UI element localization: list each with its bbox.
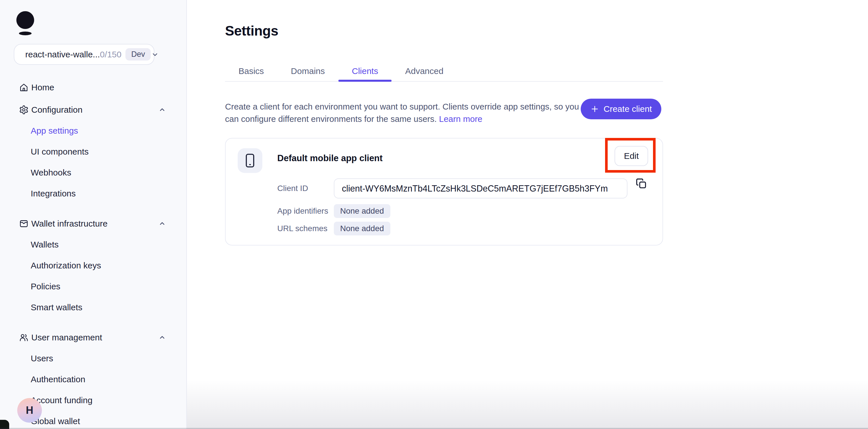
sidebar-item-label: Integrations (31, 189, 76, 198)
sidebar-item-users[interactable]: Users (0, 348, 186, 369)
sidebar-item-authorization-keys[interactable]: Authorization keys (0, 255, 186, 276)
avatar-initial: H (26, 404, 33, 417)
sidebar-item-policies[interactable]: Policies (0, 276, 186, 297)
environment-badge: Dev (125, 48, 151, 61)
sidebar-group-configuration[interactable]: Configuration (0, 99, 186, 120)
sidebar-item-wallets[interactable]: Wallets (0, 234, 186, 255)
logo-ball-icon (17, 11, 34, 29)
client-card: Default mobile app client Edit Client ID… (225, 138, 663, 245)
url-schemes-row: URL schemes None added (277, 222, 627, 235)
sidebar-item-label: Authorization keys (31, 261, 101, 270)
corner-widget (0, 420, 9, 429)
project-selector[interactable]: react-native-walle... 0/150 Dev (14, 44, 154, 65)
learn-more-link[interactable]: Learn more (439, 114, 483, 124)
sidebar-group-wallet-infrastructure[interactable]: Wallet infrastructure (0, 213, 186, 234)
home-icon (19, 82, 29, 92)
app-identifiers-value-badge: None added (334, 204, 391, 218)
app-identifiers-label: App identifiers (277, 206, 334, 216)
smartphone-icon (244, 153, 256, 169)
sidebar-item-app-settings[interactable]: App settings (0, 120, 186, 141)
page-title: Settings (225, 23, 278, 39)
sidebar-nav: Home Configuration App settings UI compo… (0, 77, 186, 429)
copy-client-id-button[interactable] (634, 176, 648, 191)
tab-clients[interactable]: Clients (338, 61, 392, 81)
wallet-icon (19, 219, 29, 229)
sidebar-item-label: Home (31, 82, 54, 92)
main-content: Settings Basics Domains Clients Advanced… (187, 0, 868, 429)
plus-icon (590, 104, 599, 113)
client-type-icon-box (238, 148, 262, 173)
url-schemes-value-badge: None added (334, 222, 391, 235)
sidebar-item-label: Wallets (31, 240, 59, 250)
app-identifiers-row: App identifiers None added (277, 204, 627, 218)
user-avatar[interactable]: H (17, 398, 42, 423)
sidebar-group-user-management[interactable]: User management (0, 327, 186, 348)
sidebar-item-webhooks[interactable]: Webhooks (0, 162, 186, 183)
copy-icon (635, 177, 647, 190)
sidebar-item-label: Policies (31, 282, 60, 291)
privy-logo (17, 11, 34, 35)
clients-description-text: Create a client for each environment you… (225, 102, 579, 124)
settings-tabs: Basics Domains Clients Advanced (225, 61, 663, 82)
sidebar-item-label: Users (31, 354, 53, 363)
users-icon (19, 333, 29, 342)
sidebar-item-label: Authentication (31, 374, 85, 384)
sidebar-group-label: Configuration (31, 105, 82, 115)
sidebar-item-label: UI components (31, 147, 89, 157)
client-id-input[interactable] (334, 178, 627, 198)
tab-basics[interactable]: Basics (225, 61, 277, 81)
tab-domains[interactable]: Domains (277, 61, 338, 81)
sidebar-group-label: User management (31, 333, 102, 342)
logo-shadow-icon (19, 32, 32, 35)
client-id-row: Client ID (277, 178, 627, 198)
project-name: react-native-walle... (25, 50, 100, 59)
sidebar-group-label: Wallet infrastructure (31, 219, 107, 229)
chevron-down-icon (151, 50, 159, 59)
create-client-label: Create client (603, 104, 652, 114)
create-client-button[interactable]: Create client (581, 99, 661, 119)
sidebar-item-label: App settings (31, 126, 78, 136)
sidebar-item-integrations[interactable]: Integrations (0, 183, 186, 204)
client-id-label: Client ID (277, 184, 334, 193)
sidebar-item-home[interactable]: Home (0, 77, 186, 98)
clients-description: Create a client for each environment you… (225, 100, 582, 125)
client-fields: Client ID App identifiers None added URL… (277, 178, 627, 235)
sidebar: react-native-walle... 0/150 Dev Home Con… (0, 0, 187, 429)
sidebar-item-smart-wallets[interactable]: Smart wallets (0, 297, 186, 318)
chevron-up-icon (158, 219, 166, 228)
gear-icon (19, 105, 29, 115)
project-usage-count: 0/150 (100, 50, 121, 59)
sidebar-item-label: Webhooks (31, 168, 71, 177)
edit-button[interactable]: Edit (615, 146, 648, 166)
client-card-title: Default mobile app client (277, 153, 383, 163)
tab-advanced[interactable]: Advanced (392, 61, 457, 81)
url-schemes-label: URL schemes (277, 224, 334, 233)
chevron-up-icon (158, 105, 166, 114)
sidebar-item-ui-components[interactable]: UI components (0, 141, 186, 162)
sidebar-item-authentication[interactable]: Authentication (0, 369, 186, 390)
bottom-gradient (187, 380, 868, 429)
chevron-up-icon (158, 333, 166, 342)
sidebar-item-label: Smart wallets (31, 302, 82, 312)
